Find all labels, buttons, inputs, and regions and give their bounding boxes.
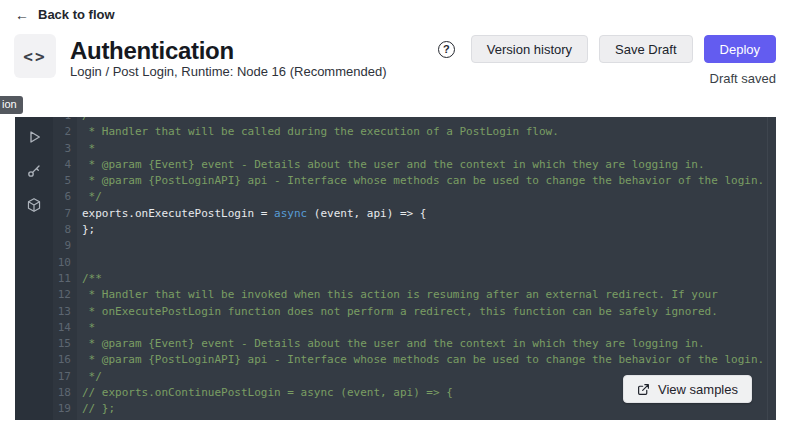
line-number: 9 bbox=[53, 238, 75, 254]
code-text: /** bbox=[75, 117, 102, 124]
code-text bbox=[75, 255, 89, 271]
code-text: */ bbox=[75, 369, 102, 385]
code-line[interactable]: 6 */ bbox=[53, 189, 776, 205]
code-line[interactable]: 8}; bbox=[53, 222, 776, 238]
action-code-icon: <> bbox=[14, 34, 56, 78]
code-text: * @param {PostLoginAPI} api - Interface … bbox=[75, 352, 764, 368]
help-question-icon[interactable]: ? bbox=[438, 41, 455, 58]
clipped-tooltip: ion bbox=[0, 96, 23, 114]
code-line[interactable]: 10 bbox=[53, 255, 776, 271]
code-line[interactable]: 7exports.onExecutePostLogin = async (eve… bbox=[53, 206, 776, 222]
code-text: * @param {Event} event - Details about t… bbox=[75, 336, 705, 352]
code-text: * @param {PostLoginAPI} api - Interface … bbox=[75, 173, 764, 189]
code-text: // exports.onContinuePostLogin = async (… bbox=[75, 385, 453, 401]
code-line[interactable]: 14 * bbox=[53, 320, 776, 336]
line-number: 13 bbox=[53, 304, 75, 320]
code-line[interactable]: 16 * @param {PostLoginAPI} api - Interfa… bbox=[53, 352, 776, 368]
code-line[interactable]: 13 * onExecutePostLogin function does no… bbox=[53, 304, 776, 320]
page-title: Authentication bbox=[70, 37, 234, 65]
line-number: 5 bbox=[53, 173, 75, 189]
line-number: 1 bbox=[53, 117, 75, 124]
code-text: exports.onExecutePostLogin = async (even… bbox=[75, 206, 426, 222]
editor-scrollbar bbox=[767, 117, 768, 420]
page-subtitle: Login / Post Login, Runtime: Node 16 (Re… bbox=[70, 64, 387, 79]
play-icon[interactable] bbox=[23, 126, 45, 148]
code-text: * bbox=[75, 141, 95, 157]
draft-saved-status: Draft saved bbox=[710, 71, 776, 86]
code-text: // }; bbox=[75, 401, 115, 417]
line-number: 18 bbox=[53, 385, 75, 401]
line-number: 6 bbox=[53, 189, 75, 205]
line-number: 17 bbox=[53, 369, 75, 385]
deploy-button[interactable]: Deploy bbox=[704, 35, 776, 63]
external-link-icon bbox=[637, 383, 650, 396]
code-text bbox=[75, 238, 89, 254]
code-line[interactable]: 4 * @param {Event} event - Details about… bbox=[53, 157, 776, 173]
code-text: * onExecutePostLogin function does not p… bbox=[75, 304, 718, 320]
code-line[interactable]: 11/** bbox=[53, 271, 776, 287]
package-icon[interactable] bbox=[23, 194, 45, 216]
code-line[interactable]: 3 * bbox=[53, 141, 776, 157]
line-number: 12 bbox=[53, 287, 75, 303]
key-icon[interactable] bbox=[23, 160, 45, 182]
line-number: 7 bbox=[53, 206, 75, 222]
line-number: 11 bbox=[53, 271, 75, 287]
save-draft-button[interactable]: Save Draft bbox=[599, 35, 692, 63]
code-line[interactable]: 2 * Handler that will be called during t… bbox=[53, 124, 776, 140]
version-history-button[interactable]: Version history bbox=[471, 35, 588, 63]
header-actions: ? Version history Save Draft Deploy bbox=[438, 35, 776, 63]
line-number: 20 bbox=[53, 418, 75, 420]
code-line[interactable]: 20 bbox=[53, 418, 776, 420]
line-number: 15 bbox=[53, 336, 75, 352]
line-number: 19 bbox=[53, 401, 75, 417]
code-line[interactable]: 9 bbox=[53, 238, 776, 254]
code-line[interactable]: 5 * @param {PostLoginAPI} api - Interfac… bbox=[53, 173, 776, 189]
view-samples-label: View samples bbox=[658, 382, 738, 397]
code-line[interactable]: 1/** bbox=[53, 117, 776, 124]
code-text: * Handler that will be called during the… bbox=[75, 124, 559, 140]
view-samples-button[interactable]: View samples bbox=[623, 375, 752, 403]
code-text: /** bbox=[75, 271, 102, 287]
line-number: 2 bbox=[53, 124, 75, 140]
line-number: 3 bbox=[53, 141, 75, 157]
line-number: 16 bbox=[53, 352, 75, 368]
line-number: 8 bbox=[53, 222, 75, 238]
code-text: * @param {Event} event - Details about t… bbox=[75, 157, 705, 173]
back-to-flow-label: Back to flow bbox=[38, 7, 115, 22]
code-line[interactable]: 15 * @param {Event} event - Details abou… bbox=[53, 336, 776, 352]
code-text: * Handler that will be invoked when this… bbox=[75, 287, 718, 303]
arrow-left-icon: ← bbox=[15, 8, 29, 22]
line-number: 14 bbox=[53, 320, 75, 336]
code-line[interactable]: 12 * Handler that will be invoked when t… bbox=[53, 287, 776, 303]
code-text: }; bbox=[75, 222, 95, 238]
editor-toolbar bbox=[15, 117, 53, 420]
code-editor: 1/**2 * Handler that will be called duri… bbox=[15, 117, 776, 420]
code-text: * bbox=[75, 320, 95, 336]
code-text bbox=[75, 418, 89, 420]
back-to-flow-link[interactable]: ← Back to flow bbox=[15, 7, 115, 22]
line-number: 10 bbox=[53, 255, 75, 271]
code-text: */ bbox=[75, 189, 102, 205]
line-number: 4 bbox=[53, 157, 75, 173]
code-line[interactable]: 19// }; bbox=[53, 401, 776, 417]
